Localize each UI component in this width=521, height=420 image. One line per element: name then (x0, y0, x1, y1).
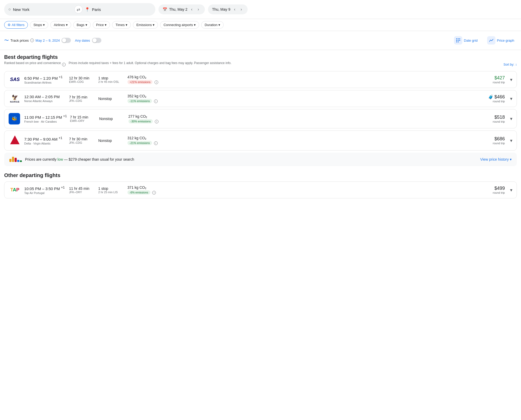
connecting-airports-filter-button[interactable]: Connecting airports ▾ (160, 21, 199, 29)
no-carry-on-icon: 🧳 (488, 95, 493, 99)
flight-card-frenchbee: 🐝 11:00 PM – 12:15 PM +1 French bee · Ai… (4, 109, 517, 128)
flight-card-norse: 🦅 NORSE 12:30 AM – 2:05 PM Norse Atlanti… (4, 90, 517, 107)
flight-row-sas[interactable]: SAS 6:50 PM – 1:20 PM +1 Scandinavian Ai… (4, 71, 517, 88)
frenchbee-emissions-info-icon[interactable]: i (155, 120, 158, 123)
stops-filter-button[interactable]: Stops ▾ (30, 21, 48, 29)
price-graph-button[interactable]: Price graph (485, 35, 517, 46)
other-flights-title: Other departing flights (4, 172, 517, 178)
delta-stops: Nonstop (98, 139, 124, 143)
times-filter-button[interactable]: Times ▾ (112, 21, 131, 29)
tap-expand-button[interactable]: ▾ (510, 187, 512, 193)
frenchbee-emissions: 277 kg CO₂ -30% emissions i (128, 114, 165, 123)
sort-icon: ↕ (515, 63, 517, 66)
depart-next-button[interactable]: › (196, 7, 200, 12)
filters-icon: ⚙ (8, 23, 11, 27)
norse-emissions-badge: -11% emissions (127, 99, 152, 103)
delta-price: $686 round trip (493, 136, 505, 145)
tap-stops: 1 stop 2 hr 25 min LIS (98, 186, 124, 194)
frenchbee-price-amount: $518 (493, 115, 505, 120)
date-grid-label: Date grid (464, 39, 478, 42)
duration-filter-button[interactable]: Duration ▾ (201, 21, 224, 29)
delta-duration: 7 hr 30 min JFK–CDG (69, 137, 95, 144)
norse-emissions-info-icon[interactable]: i (154, 99, 158, 103)
tap-price-amount: $499 (493, 186, 505, 191)
price-graph-icon (487, 36, 495, 45)
sas-expand-button[interactable]: ▾ (510, 77, 512, 83)
sas-emissions-info-icon[interactable]: i (155, 80, 158, 84)
price-filter-button[interactable]: Price ▾ (93, 21, 110, 29)
bags-chevron-icon: ▾ (85, 23, 87, 27)
track-prices-trend-icon: 〜 (4, 37, 9, 43)
return-next-button[interactable]: › (239, 7, 243, 12)
sas-price: $427 round trip (493, 75, 505, 84)
frenchbee-stops: Nonstop (99, 117, 125, 121)
stops-chevron-icon: ▾ (43, 23, 45, 27)
destination-input[interactable] (92, 7, 151, 12)
date-grid-button[interactable]: Date grid (451, 35, 480, 46)
best-flights-section: Best departing flights Ranked based on p… (0, 50, 521, 205)
sas-times: 6:50 PM – 1:20 PM +1 Scandinavian Airlin… (24, 75, 66, 84)
norse-stops: Nonstop (98, 97, 124, 101)
destination-pin-icon: 📍 (85, 7, 90, 12)
frenchbee-time-text: 11:00 PM – 12:15 PM +1 (24, 114, 67, 120)
best-flights-subtitle: Ranked based on price and convenience (4, 61, 61, 65)
origin-input[interactable] (13, 7, 72, 12)
emissions-filter-button[interactable]: Emissions ▾ (133, 21, 158, 29)
norse-logo: 🦅 NORSE (9, 94, 21, 103)
tap-emissions-badge: -6% emissions (127, 190, 150, 195)
frenchbee-times: 11:00 PM – 12:15 PM +1 French bee · Air … (24, 114, 67, 123)
best-flights-info-icon[interactable]: i (62, 63, 66, 66)
view-price-history-button[interactable]: View price history ▾ (480, 157, 512, 161)
track-prices-info-icon[interactable]: i (30, 39, 34, 42)
svg-rect-0 (456, 39, 457, 39)
delta-airline-name: Delta · Virgin Atlantic (24, 142, 66, 145)
tap-airline-name: Tap Air Portugal (24, 191, 66, 195)
flight-row-norse[interactable]: 🦅 NORSE 12:30 AM – 2:05 PM Norse Atlanti… (4, 90, 517, 107)
any-dates-toggle[interactable] (92, 38, 101, 43)
delta-emissions-info-icon[interactable]: i (154, 141, 158, 145)
tap-emissions: 371 kg CO₂ -6% emissions i (127, 185, 164, 195)
norse-price: 🧳 $466 round trip (488, 94, 505, 103)
view-history-chevron-icon: ▾ (510, 157, 512, 161)
flight-row-tap[interactable]: TAP 10:05 PM – 3:50 PM +1 Tap Air Portug… (4, 182, 517, 198)
origin-dot-icon: ○ (8, 7, 11, 12)
depart-prev-button[interactable]: ‹ (189, 7, 194, 12)
svg-rect-4 (458, 40, 458, 41)
sas-price-amount: $427 (493, 75, 505, 81)
frenchbee-expand-button[interactable]: ▾ (510, 116, 512, 122)
tap-time-text: 10:05 PM – 3:50 PM +1 (24, 186, 66, 191)
swap-button[interactable]: ⇄ (74, 5, 83, 14)
sas-time-text: 6:50 PM – 1:20 PM +1 (24, 75, 66, 80)
date-grid-icon (454, 36, 462, 45)
delta-emissions: 312 kg CO₂ -21% emissions i (127, 136, 164, 145)
airlines-filter-button[interactable]: Airlines ▾ (50, 21, 71, 29)
delta-expand-button[interactable]: ▾ (510, 138, 512, 143)
bags-filter-button[interactable]: Bags ▾ (73, 21, 91, 29)
depart-date-box[interactable]: 📅 Thu, May 2 ‹ › (158, 4, 205, 14)
norse-airline-name: Norse Atlantic Airways (24, 99, 66, 103)
all-filters-button[interactable]: ⚙ All filters (4, 21, 28, 29)
best-flights-title: Best departing flights (4, 54, 517, 60)
track-prices-toggle[interactable] (62, 38, 71, 43)
tap-emissions-info-icon[interactable]: i (152, 191, 156, 195)
tap-logo: TAP (9, 187, 21, 193)
svg-rect-7 (458, 41, 458, 42)
sas-duration: 12 hr 30 min EWR–CDG (69, 76, 95, 83)
sort-by-button[interactable]: Sort by: ↕ (504, 63, 517, 66)
norse-times: 12:30 AM – 2:05 PM Norse Atlantic Airway… (24, 95, 66, 103)
return-prev-button[interactable]: ‹ (232, 7, 237, 12)
delta-time-text: 7:30 PM – 9:00 AM +1 (24, 136, 66, 141)
frenchbee-airline-name: French bee · Air Caraibes (24, 120, 67, 123)
norse-price-amount: $466 (494, 94, 505, 100)
price-note: Prices include required taxes + fees for… (69, 61, 231, 65)
flight-row-frenchbee[interactable]: 🐝 11:00 PM – 12:15 PM +1 French bee · Ai… (4, 109, 517, 128)
sas-airline-name: Scandinavian Airlines (24, 81, 66, 84)
airlines-chevron-icon: ▾ (66, 23, 68, 27)
norse-expand-button[interactable]: ▾ (510, 96, 512, 102)
depart-date: Thu, May 2 (169, 7, 187, 11)
track-prices-date: May 2 – 9, 2024 (35, 39, 60, 42)
return-date-box[interactable]: Thu, May 9 ‹ › (208, 4, 248, 14)
flight-row-delta[interactable]: 7:30 PM – 9:00 AM +1 Delta · Virgin Atla… (4, 131, 517, 150)
best-flights-subtitle-row: Ranked based on price and convenience i … (4, 61, 517, 68)
flight-card-sas: SAS 6:50 PM – 1:20 PM +1 Scandinavian Ai… (4, 71, 517, 88)
